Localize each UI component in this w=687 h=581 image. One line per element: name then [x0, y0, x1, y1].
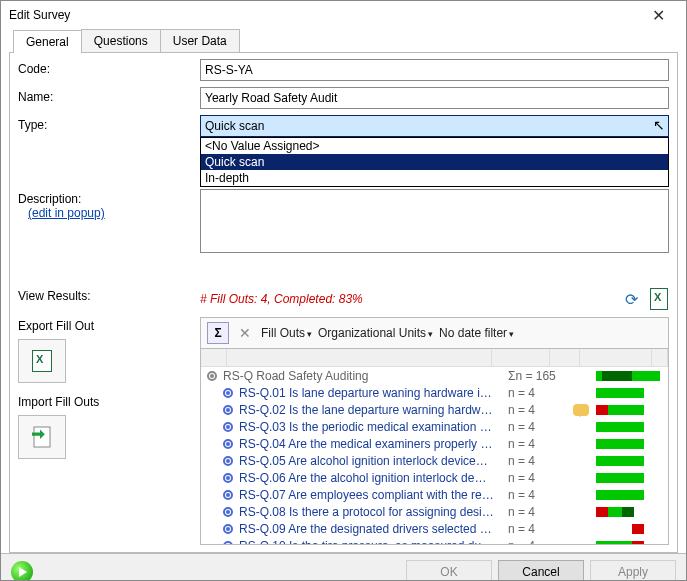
export-fillout-button[interactable]	[18, 339, 66, 383]
question-n: n = 4	[508, 471, 566, 485]
description-label: Description: (edit in popup)	[18, 189, 200, 220]
bullet-icon	[223, 507, 233, 517]
type-option-indepth[interactable]: In-depth	[201, 170, 668, 186]
panel-general: Code: Name: Type: Quick scan ↖ <No Value…	[9, 53, 678, 553]
question-text: RS-Q.02 Is the lane departure warning ha…	[239, 403, 508, 417]
tab-general[interactable]: General	[13, 30, 82, 53]
description-box[interactable]	[200, 189, 669, 253]
bullet-icon	[223, 473, 233, 483]
title-bar: Edit Survey ✕	[1, 1, 686, 29]
question-n: n = 4	[508, 420, 566, 434]
bullet-icon	[207, 371, 217, 381]
comment-icon[interactable]	[573, 404, 589, 416]
bullet-icon	[223, 490, 233, 500]
question-text: RS-Q.06 Are the alcohol ignition interlo…	[239, 471, 508, 485]
bullet-icon	[223, 541, 233, 546]
type-option-quickscan[interactable]: Quick scan	[201, 154, 668, 170]
question-n: n = 4	[508, 454, 566, 468]
question-n: n = 4	[508, 505, 566, 519]
question-row[interactable]: RS-Q.01 Is lane departure waning hardwar…	[201, 384, 668, 401]
group-n: Σn = 165	[508, 369, 566, 383]
cancel-button[interactable]: Cancel	[498, 560, 584, 582]
type-option-none[interactable]: <No Value Assigned>	[201, 138, 668, 154]
go-button[interactable]	[11, 561, 33, 582]
refresh-icon[interactable]: ⟳	[621, 289, 641, 309]
question-row[interactable]: RS-Q.10 Is the tire pressure, as measure…	[201, 537, 668, 545]
question-text: RS-Q.01 Is lane departure waning hardwar…	[239, 386, 508, 400]
bullet-icon	[223, 388, 233, 398]
bullet-icon	[223, 405, 233, 415]
question-row[interactable]: RS-Q.05 Are alcohol ignition interlock d…	[201, 452, 668, 469]
question-text: RS-Q.07 Are employees compliant with the…	[239, 488, 508, 502]
question-n: n = 4	[508, 386, 566, 400]
results-grid: RS-Q Road Safety Auditing Σn = 165 RS-Q.…	[200, 349, 669, 545]
edit-in-popup-link[interactable]: (edit in popup)	[28, 206, 105, 220]
question-text: RS-Q.05 Are alcohol ignition interlock d…	[239, 454, 508, 468]
question-row[interactable]: RS-Q.02 Is the lane departure warning ha…	[201, 401, 668, 418]
question-text: RS-Q.09 Are the designated drivers selec…	[239, 522, 508, 536]
type-label: Type:	[18, 115, 200, 132]
ok-button[interactable]: OK	[406, 560, 492, 582]
grid-body[interactable]: RS-Q Road Safety Auditing Σn = 165 RS-Q.…	[201, 367, 668, 545]
group-text: RS-Q Road Safety Auditing	[223, 369, 508, 383]
export-fillout-label: Export Fill Out	[18, 319, 200, 333]
question-text: RS-Q.04 Are the medical examiners proper…	[239, 437, 508, 451]
type-selected: Quick scan	[205, 119, 264, 133]
code-input[interactable]	[200, 59, 669, 81]
cursor-icon: ↖	[653, 117, 665, 133]
type-dropdown[interactable]: Quick scan ↖ <No Value Assigned> Quick s…	[200, 115, 669, 137]
view-results-label: View Results:	[18, 289, 200, 303]
filter-orgunits[interactable]: Organizational Units▾	[318, 326, 433, 340]
bullet-icon	[223, 422, 233, 432]
question-text: RS-Q.08 Is there a protocol for assignin…	[239, 505, 508, 519]
export-excel-icon[interactable]	[649, 289, 669, 309]
button-bar: OK Cancel Apply	[1, 553, 686, 581]
question-n: n = 4	[508, 522, 566, 536]
question-row[interactable]: RS-Q.04 Are the medical examiners proper…	[201, 435, 668, 452]
name-label: Name:	[18, 87, 200, 104]
question-n: n = 4	[508, 488, 566, 502]
window-title: Edit Survey	[9, 8, 638, 22]
question-row[interactable]: RS-Q.09 Are the designated drivers selec…	[201, 520, 668, 537]
close-button[interactable]: ✕	[638, 6, 678, 25]
bullet-icon	[223, 439, 233, 449]
tab-questions[interactable]: Questions	[81, 29, 161, 52]
type-dropdown-list: <No Value Assigned> Quick scan In-depth	[200, 137, 669, 187]
import-fillouts-button[interactable]	[18, 415, 66, 459]
bullet-icon	[223, 456, 233, 466]
filter-fillouts[interactable]: Fill Outs▾	[261, 326, 312, 340]
fill-stats: # Fill Outs: 4, Completed: 83%	[200, 292, 621, 306]
question-text: RS-Q.03 Is the periodic medical examinat…	[239, 420, 508, 434]
question-row[interactable]: RS-Q.08 Is there a protocol for assignin…	[201, 503, 668, 520]
question-n: n = 4	[508, 437, 566, 451]
bullet-icon	[223, 524, 233, 534]
import-icon	[30, 425, 54, 449]
name-input[interactable]	[200, 87, 669, 109]
tab-userdata[interactable]: User Data	[160, 29, 240, 52]
group-row[interactable]: RS-Q Road Safety Auditing Σn = 165	[201, 367, 668, 384]
import-fillouts-label: Import Fill Outs	[18, 395, 200, 409]
question-n: n = 4	[508, 539, 566, 546]
apply-button[interactable]: Apply	[590, 560, 676, 582]
grid-header	[201, 349, 668, 367]
clear-filter-icon[interactable]: ✕	[235, 325, 255, 341]
sigma-button[interactable]: Σ	[207, 322, 229, 344]
question-row[interactable]: RS-Q.03 Is the periodic medical examinat…	[201, 418, 668, 435]
filter-bar: Σ ✕ Fill Outs▾ Organizational Units▾ No …	[200, 317, 669, 349]
question-n: n = 4	[508, 403, 566, 417]
question-row[interactable]: RS-Q.07 Are employees compliant with the…	[201, 486, 668, 503]
filter-date[interactable]: No date filter▾	[439, 326, 514, 340]
code-label: Code:	[18, 59, 200, 76]
question-row[interactable]: RS-Q.06 Are the alcohol ignition interlo…	[201, 469, 668, 486]
tab-strip: General Questions User Data	[9, 29, 678, 53]
question-text: RS-Q.10 Is the tire pressure, as measure…	[239, 539, 508, 546]
